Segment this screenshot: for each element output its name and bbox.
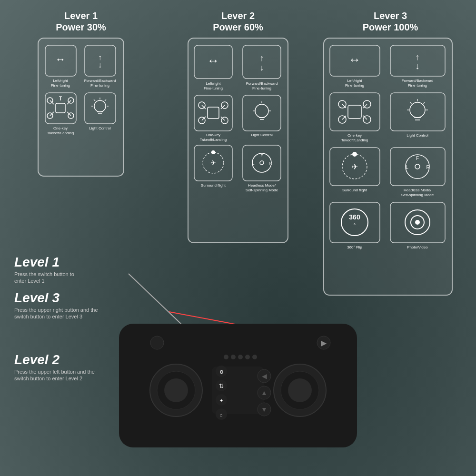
svg-text:▶: ▶	[321, 339, 327, 347]
svg-text:↑: ↑	[416, 52, 420, 62]
svg-text:Takeoff/Landing: Takeoff/Landing	[341, 138, 368, 142]
lever2-panel: Lever 2 Power 60% ↔ Left/right Fine-tuni…	[188, 10, 288, 243]
svg-text:Takeoff/Landing: Takeoff/Landing	[47, 131, 74, 135]
svg-text:L: L	[406, 165, 408, 170]
svg-text:✦: ✦	[219, 398, 223, 403]
svg-text:Forward/Backward: Forward/Backward	[402, 79, 434, 83]
svg-rect-84	[324, 38, 452, 295]
svg-text:Takeoff/Landing: Takeoff/Landing	[200, 138, 227, 142]
svg-text:Headless Mode/: Headless Mode/	[404, 188, 432, 192]
svg-text:Forward/Backward: Forward/Backward	[246, 81, 278, 86]
svg-text:✈: ✈	[210, 159, 216, 167]
svg-text:Headless Mode/: Headless Mode/	[248, 183, 276, 188]
svg-text:Surround flight: Surround flight	[201, 183, 226, 188]
svg-text:⚙: ⚙	[219, 369, 224, 375]
svg-point-162	[224, 355, 228, 359]
svg-text:Light Control: Light Control	[407, 133, 428, 138]
svg-text:Fine-tuning: Fine-tuning	[204, 86, 223, 90]
svg-text:Fine-tuning: Fine-tuning	[345, 83, 364, 88]
svg-text:One-key: One-key	[206, 133, 220, 137]
svg-text:Fine-tuning: Fine-tuning	[90, 83, 109, 88]
svg-text:Surround flight: Surround flight	[342, 188, 367, 192]
svg-text:✈: ✈	[352, 163, 358, 171]
svg-text:Photo/Video: Photo/Video	[407, 245, 428, 249]
svg-text:Press the switch button to: Press the switch button to	[14, 271, 74, 277]
svg-text:Light Control: Light Control	[251, 133, 273, 137]
svg-text:Forward/Backward: Forward/Backward	[84, 79, 116, 83]
svg-point-157	[164, 378, 188, 402]
svg-text:Left/right: Left/right	[347, 79, 362, 83]
svg-text:360: 360	[349, 213, 360, 221]
svg-text:▼: ▼	[261, 406, 268, 413]
svg-text:Self-spinning Mode: Self-spinning Mode	[246, 188, 278, 192]
svg-text:F: F	[416, 156, 419, 161]
svg-point-137	[415, 220, 420, 225]
svg-text:↓: ↓	[98, 61, 102, 69]
svg-point-164	[238, 355, 243, 359]
svg-text:R: R	[269, 161, 272, 166]
svg-point-160	[288, 378, 312, 402]
svg-text:Fine-tuning: Fine-tuning	[408, 83, 427, 88]
svg-text:↑: ↑	[98, 53, 102, 61]
svg-text:Power 30%: Power 30%	[56, 22, 106, 32]
svg-point-154	[150, 336, 164, 349]
svg-text:°: °	[354, 222, 356, 228]
svg-text:One-key: One-key	[347, 133, 362, 138]
svg-point-71	[211, 150, 215, 154]
svg-point-118	[352, 152, 357, 157]
svg-text:▲: ▲	[261, 389, 268, 397]
svg-text:Left/right: Left/right	[206, 81, 221, 86]
svg-text:↑: ↑	[260, 53, 264, 63]
svg-text:Fine-tuning: Fine-tuning	[51, 83, 70, 88]
svg-text:L: L	[252, 161, 254, 166]
svg-text:switch button to enter Level 2: switch button to enter Level 2	[14, 376, 82, 381]
svg-text:R: R	[426, 165, 429, 170]
svg-text:Lever 2: Lever 2	[221, 10, 255, 21]
svg-text:Level 2: Level 2	[14, 352, 60, 367]
svg-text:Self-spinning Mode: Self-spinning Mode	[401, 193, 434, 197]
svg-point-163	[231, 355, 236, 359]
svg-text:⇅: ⇅	[219, 383, 224, 389]
svg-text:switch button to  enter Level : switch button to enter Level 3	[14, 314, 82, 319]
controller: ◀ ▲ ▼ ⚙ ⇅ ✦ ⌂ ▶	[119, 324, 357, 447]
svg-text:Press the upper left button an: Press the upper left button and the	[14, 369, 95, 375]
lever3-panel: Lever 3 Power 100% ↔ Left/right Fine-tun…	[324, 10, 452, 295]
svg-text:↔: ↔	[348, 52, 361, 67]
svg-text:Power 100%: Power 100%	[363, 22, 418, 32]
svg-text:Level 1: Level 1	[14, 255, 60, 269]
svg-text:↔: ↔	[207, 53, 219, 68]
svg-text:F: F	[260, 153, 263, 158]
svg-text:Light Control: Light Control	[89, 126, 111, 130]
svg-text:Lever 1: Lever 1	[64, 10, 98, 21]
svg-text:One-key: One-key	[53, 126, 68, 130]
svg-text:Fine-tuning: Fine-tuning	[252, 86, 271, 90]
svg-rect-3	[38, 38, 124, 176]
svg-text:Press the upper right button a: Press the upper right button and the	[14, 307, 98, 313]
svg-text:Lever 3: Lever 3	[374, 10, 407, 21]
svg-text:↓: ↓	[260, 63, 264, 72]
svg-point-166	[252, 355, 257, 359]
svg-text:↓: ↓	[416, 61, 420, 71]
svg-text:◀: ◀	[262, 372, 267, 380]
svg-text:Left/right: Left/right	[53, 79, 68, 83]
svg-point-165	[245, 355, 250, 359]
svg-text:Level 3: Level 3	[14, 290, 60, 305]
svg-text:enter Level 1: enter Level 1	[14, 278, 45, 284]
svg-text:360° Flip: 360° Flip	[347, 245, 362, 249]
svg-text:Power 60%: Power 60%	[213, 22, 263, 32]
svg-text:⌂: ⌂	[220, 412, 223, 417]
svg-text:↔: ↔	[55, 53, 66, 65]
